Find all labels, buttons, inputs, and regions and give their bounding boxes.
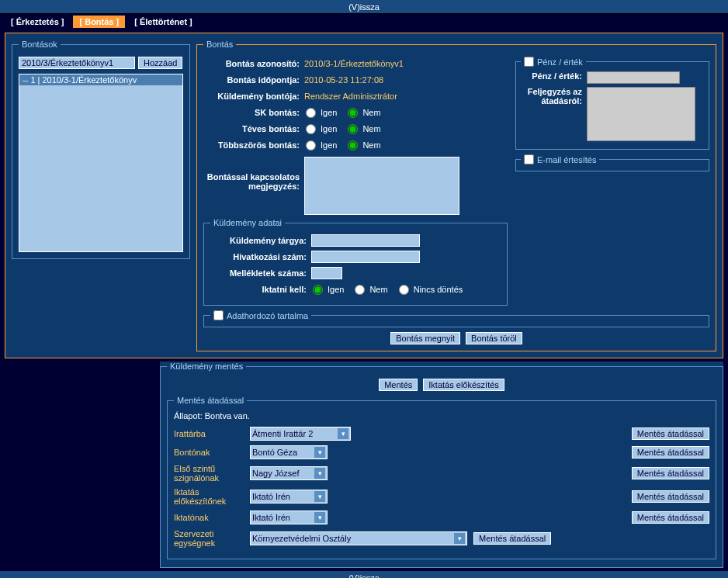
mentes-atadassal-button-1[interactable]: Mentés átadással <box>632 427 709 440</box>
bottom-back-bar[interactable]: (V)issza <box>0 571 728 578</box>
idopont-label: Bontás időpontja: <box>203 75 304 85</box>
chevron-down-icon: ▾ <box>454 533 465 544</box>
bontasok-fieldset: Bontások Hozzáad -- 1 | 2010/3-1/Érkezte… <box>12 40 190 259</box>
tab-erkeztetes[interactable]: [ Érkeztetés ] <box>5 16 70 28</box>
tobbsz-nem-radio[interactable] <box>348 140 358 151</box>
iktatonak-select[interactable]: Iktató Irén▾ <box>250 511 328 524</box>
penz-fieldset: Pénz / érték Pénz / érték: Feljegyzés az… <box>515 57 709 150</box>
hivsz-label: Hivatkozási szám: <box>210 252 311 261</box>
iktatni-igen-radio[interactable] <box>313 285 323 295</box>
email-fieldset: E-mail értesítés <box>515 154 709 171</box>
tobbsz-label: Többszörös bontás: <box>203 140 304 150</box>
azonosito-label: Bontás azonosító: <box>203 59 304 68</box>
kuldemeny-fieldset: Küldemény adatai Küldemény tárgya: Hivat… <box>203 218 508 306</box>
iktelok-select[interactable]: Iktató Irén▾ <box>250 490 328 504</box>
bontas-legend: Bontás <box>203 40 236 49</box>
irattarba-select[interactable]: Átmenti Irattár 2▾ <box>250 427 351 441</box>
tab-bontas[interactable]: [ Bontás ] <box>73 16 125 28</box>
adathordozo-fieldset: Adathordozó tartalma <box>203 310 709 327</box>
mentes-button[interactable]: Mentés <box>379 379 418 391</box>
mentes-atadassal-button-6[interactable]: Mentés átadással <box>473 532 551 545</box>
szignalo-select[interactable]: Nagy József▾ <box>250 466 328 480</box>
teves-igen-radio[interactable] <box>306 124 316 134</box>
tab-bar: [ Érkeztetés ] [ Bontás ] [ Élettörténet… <box>0 14 728 29</box>
mentes-atadassal-legend: Mentés átadással <box>174 396 247 405</box>
tab-elettortenet[interactable]: [ Élettörténet ] <box>128 16 199 28</box>
mell-input[interactable] <box>311 267 342 279</box>
allapot-value: Bontva van. <box>205 411 250 421</box>
bontasok-input[interactable] <box>19 57 135 69</box>
szerv-label: Szervezeti egységnek <box>174 529 244 548</box>
feljegyzes-textarea-disabled <box>587 87 695 141</box>
bontas-fieldset: Bontás Bontás azonosító:2010/3-1/Érkezte… <box>196 40 716 351</box>
penz-label: Pénz / érték: <box>521 71 587 81</box>
mentes-legend: Küldemény mentés <box>167 362 246 371</box>
list-item[interactable]: -- 1 | 2010/3-1/Érkeztetőkönyv <box>19 74 182 85</box>
mentes-atadassal-button-3[interactable]: Mentés átadással <box>632 467 709 479</box>
teves-nem-radio[interactable] <box>348 124 358 134</box>
iktatni-label: Iktatni kell: <box>210 285 311 294</box>
feljegyzes-label: Feljegyzés az átadásról: <box>521 87 587 106</box>
mentes-atadassal-fieldset: Mentés átadással Állapot: Bontva van. Ir… <box>167 396 716 559</box>
szignalo-label: Első szintű szignálónak <box>174 464 244 483</box>
bontas-torol-button[interactable]: Bontás töröl <box>466 332 522 344</box>
bonto-value: Rendszer Adminisztrátor <box>304 92 397 101</box>
mentes-fieldset: Küldemény mentés Mentés Iktatás előkészí… <box>160 362 723 568</box>
idopont-value: 2010-05-23 11:27:08 <box>304 75 383 85</box>
add-button[interactable]: Hozzáad <box>138 57 182 69</box>
megjegyzes-textarea[interactable] <box>304 157 459 215</box>
mell-label: Mellékletek száma: <box>210 268 311 278</box>
sk-igen-radio[interactable] <box>306 108 316 118</box>
iktatni-nem-radio[interactable] <box>355 285 365 295</box>
sk-label: SK bontás: <box>203 108 304 117</box>
chevron-down-icon: ▾ <box>314 447 325 458</box>
chevron-down-icon: ▾ <box>338 428 348 439</box>
mentes-atadassal-button-2[interactable]: Mentés átadással <box>632 446 709 459</box>
iktatas-elokeszites-button[interactable]: Iktatás előkészítés <box>423 379 504 391</box>
targy-input[interactable] <box>311 234 420 247</box>
teves-label: Téves bontás: <box>203 124 304 133</box>
bontonak-select[interactable]: Bontó Géza▾ <box>250 445 328 459</box>
bontas-megnyit-button[interactable]: Bontás megnyit <box>390 332 460 344</box>
bontonak-label: Bontónak <box>174 448 244 457</box>
adathordozo-checkbox[interactable] <box>213 310 224 320</box>
chevron-down-icon: ▾ <box>314 468 325 479</box>
email-legend: E-mail értesítés <box>537 155 596 164</box>
adathordozo-legend: Adathordozó tartalma <box>227 311 308 320</box>
bontasok-legend: Bontások <box>19 40 61 49</box>
main-panel: Bontások Hozzáad -- 1 | 2010/3-1/Érkezte… <box>5 33 723 358</box>
penz-input-disabled <box>587 71 680 84</box>
chevron-down-icon: ▾ <box>314 491 325 502</box>
sk-nem-radio[interactable] <box>348 108 358 118</box>
allapot-label: Állapot: <box>174 411 203 421</box>
bontasok-listbox[interactable]: -- 1 | 2010/3-1/Érkeztetőkönyv <box>19 74 183 252</box>
irattarba-label: Irattárba <box>174 429 244 438</box>
hivsz-input[interactable] <box>311 251 420 263</box>
szerv-select[interactable]: Környezetvédelmi Osztály▾ <box>250 531 467 545</box>
megjegyzes-label: Bontással kapcsolatos megjegyzés: <box>203 157 304 191</box>
bonto-label: Küldemény bontója: <box>203 92 304 101</box>
chevron-down-icon: ▾ <box>314 512 325 523</box>
mentes-atadassal-button-5[interactable]: Mentés átadással <box>632 511 709 524</box>
penz-checkbox[interactable] <box>524 57 534 67</box>
iktelok-label: Iktatás előkészítőnek <box>174 487 244 506</box>
email-checkbox[interactable] <box>524 154 534 164</box>
top-back-bar[interactable]: (V)issza <box>0 0 728 14</box>
targy-label: Küldemény tárgya: <box>210 236 311 245</box>
penz-legend: Pénz / érték <box>537 57 583 67</box>
iktatni-nincs-radio[interactable] <box>399 285 409 295</box>
kuldemeny-legend: Küldemény adatai <box>210 218 285 227</box>
mentes-atadassal-button-4[interactable]: Mentés átadással <box>632 490 709 503</box>
iktatonak-label: Iktatónak <box>174 513 244 522</box>
tobbsz-igen-radio[interactable] <box>306 140 316 151</box>
azonosito-value: 2010/3-1/Érkeztetőkönyv1 <box>304 59 404 68</box>
